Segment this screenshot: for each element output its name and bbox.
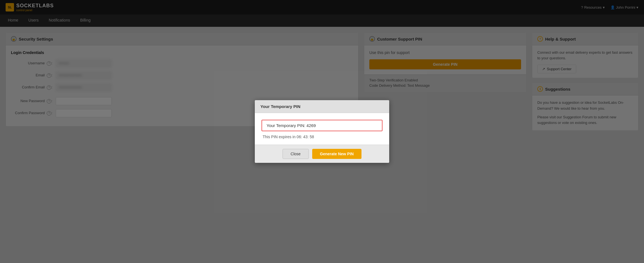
pin-expires: This PIN expires in 06: 43: 58 xyxy=(262,135,382,136)
modal-overlay: Your Temporary PIN Your Temporary PIN: 4… xyxy=(0,0,644,136)
modal-body: Your Temporary PIN: 4269 This PIN expire… xyxy=(255,113,389,136)
modal-title: Your Temporary PIN xyxy=(260,104,300,109)
modal-dialog: Your Temporary PIN Your Temporary PIN: 4… xyxy=(255,100,389,136)
pin-display: Your Temporary PIN: 4269 xyxy=(262,120,382,131)
modal-header: Your Temporary PIN xyxy=(255,100,389,113)
